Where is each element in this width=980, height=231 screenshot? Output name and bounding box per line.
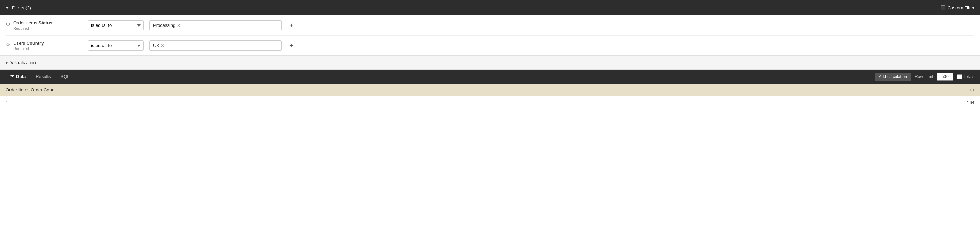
filters-collapse-icon[interactable] [6, 6, 9, 9]
filter-field-1: ⚙ Order Items Status Required [6, 20, 82, 30]
filter-value-remove-1[interactable]: ✕ [177, 23, 180, 27]
filters-body: ⚙ Order Items Status Required is equal t… [0, 15, 980, 56]
row-limit-label: Row Limit [915, 74, 933, 79]
filter-field-required-1: Required [13, 26, 52, 30]
tab-data[interactable]: Data [6, 70, 31, 83]
filter-field-text-1: Order Items Status Required [13, 20, 52, 30]
tab-sql[interactable]: SQL [56, 70, 75, 83]
row-limit-input[interactable] [937, 73, 953, 81]
filter-gear-icon-2[interactable]: ⚙ [6, 41, 11, 48]
totals-checkbox-label[interactable]: Totals [957, 74, 974, 79]
filter-add-button-2[interactable]: + [287, 42, 295, 49]
tab-results[interactable]: Results [31, 70, 56, 83]
totals-checkbox-box[interactable] [957, 74, 962, 79]
totals-label: Totals [964, 74, 974, 79]
filter-value-input-1[interactable]: Processing ✕ [149, 20, 282, 30]
filter-value-remove-2[interactable]: ✕ [161, 44, 164, 48]
filter-field-text-2: Users Country Required [13, 40, 44, 51]
data-table-header-row: Order Items Order Count ⚙ [0, 84, 980, 96]
custom-filter-label: Custom Filter [948, 5, 974, 11]
filter-operator-select-1[interactable]: is equal to is not equal to contains [88, 20, 144, 30]
filter-row-2: ⚙ Users Country Required is equal to is … [6, 36, 974, 56]
filter-values-1: Processing ✕ [149, 20, 282, 30]
visualization-section: Visualization [0, 56, 980, 70]
filters-header-right: Custom Filter [940, 5, 974, 11]
sql-tab-label: SQL [61, 74, 70, 79]
filter-add-button-1[interactable]: + [287, 22, 295, 29]
filter-operator-2[interactable]: is equal to is not equal to contains [88, 40, 144, 51]
data-header-left: Data Results SQL [6, 70, 75, 83]
table-header-gear-icon[interactable]: ⚙ [970, 87, 974, 93]
results-tab-label: Results [36, 74, 51, 79]
filter-row-1: ⚙ Order Items Status Required is equal t… [6, 15, 974, 36]
filter-value-tag-1: Processing ✕ [153, 23, 180, 28]
filter-value-tag-2: UK ✕ [153, 43, 164, 48]
visualization-collapse-icon[interactable] [6, 61, 8, 65]
filter-value-text-2: UK [153, 43, 159, 48]
filter-field-name-1: Order Items Status [13, 20, 52, 25]
table-column-header: Order Items Order Count [6, 87, 970, 92]
filter-field-name-2: Users Country [13, 40, 44, 46]
filter-field-2: ⚙ Users Country Required [6, 40, 82, 51]
add-calculation-button[interactable]: Add calculation [875, 73, 911, 81]
filters-header-left: Filters (2) [6, 5, 31, 11]
row-value: 164 [967, 100, 974, 105]
filter-value-text-1: Processing [153, 23, 175, 28]
filter-values-2: UK ✕ [149, 40, 282, 51]
filter-field-required-2: Required [13, 46, 44, 51]
data-header: Data Results SQL Add calculation Row Lim… [0, 70, 980, 84]
filters-header: Filters (2) Custom Filter [0, 0, 980, 15]
custom-filter-checkbox[interactable] [940, 5, 945, 10]
row-number: 1 [6, 100, 13, 105]
data-header-right: Add calculation Row Limit Totals [875, 73, 974, 81]
data-tab-label: Data [16, 74, 26, 79]
filters-title: Filters (2) [12, 5, 31, 11]
filter-operator-1[interactable]: is equal to is not equal to contains [88, 20, 144, 30]
visualization-label: Visualization [11, 60, 36, 65]
filter-value-input-2[interactable]: UK ✕ [149, 40, 282, 51]
filter-gear-icon-1[interactable]: ⚙ [6, 21, 11, 27]
data-table-area: Order Items Order Count ⚙ 1 164 [0, 84, 980, 109]
filter-operator-select-2[interactable]: is equal to is not equal to contains [88, 40, 144, 51]
table-row: 1 164 [0, 96, 980, 109]
data-tab-triangle [11, 75, 14, 78]
